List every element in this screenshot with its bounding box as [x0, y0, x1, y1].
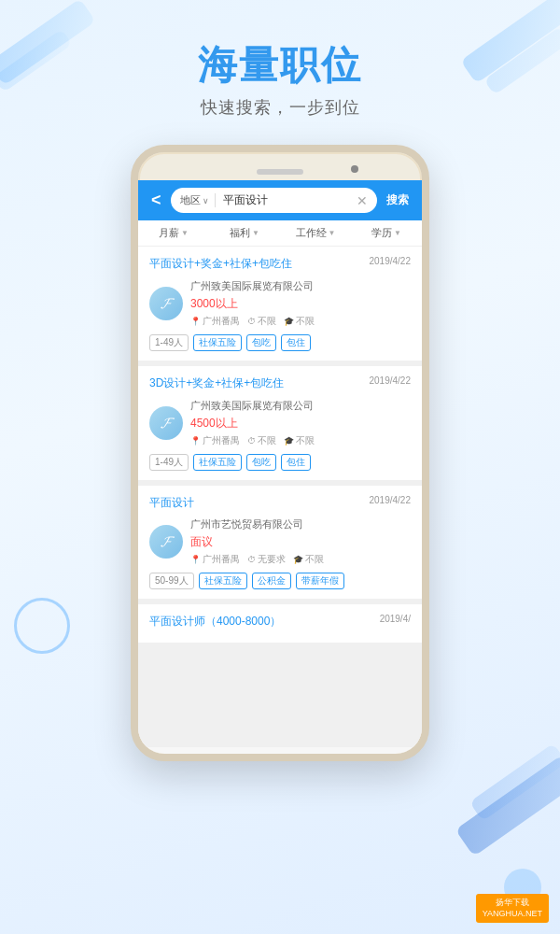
edu-text-1: 不限	[296, 315, 315, 328]
filter-salary-label: 月薪	[159, 226, 179, 240]
exp-text-1: 不限	[258, 315, 276, 328]
filter-education-label: 学历	[371, 226, 392, 240]
page-subtitle: 快速搜索，一步到位	[0, 96, 560, 119]
tag-social-1: 社保五险	[193, 334, 242, 351]
exp-icon-2: ⏱	[247, 436, 256, 446]
filter-welfare-label: 福利	[230, 226, 250, 240]
location-text-1: 广州番禺	[203, 315, 240, 328]
exp-text-2: 不限	[258, 434, 276, 447]
job-card-2-header: 3D设计+奖金+社保+包吃住 2019/4/22	[149, 375, 411, 391]
job-card-4[interactable]: 平面设计师（4000-8000） 2019/4/	[138, 604, 422, 643]
watermark-text2: YANGHUA.NET	[483, 908, 542, 920]
location-dropdown-arrow: ∨	[203, 196, 209, 205]
tag-social-2: 社保五险	[193, 454, 242, 471]
exp-meta-2: ⏱ 不限	[247, 434, 276, 447]
job-card-3[interactable]: 平面设计 2019/4/22 𝓕 广州市艺悦贸易有限公司 面议 📍 广州番禺	[138, 486, 422, 600]
edu-text-3: 不限	[305, 553, 324, 566]
edu-icon-2: 🎓	[284, 436, 294, 446]
edu-meta-3: 🎓 不限	[293, 553, 324, 566]
exp-icon-1: ⏱	[247, 317, 256, 326]
edu-text-2: 不限	[296, 434, 315, 447]
phone-frame: < 地区 ∨ 平面设计 ✕ 搜索 月薪 ▼ 福利 ▼ 工作经	[131, 145, 429, 761]
location-icon-3: 📍	[190, 555, 201, 564]
tag-fund-3: 公积金	[252, 573, 291, 589]
back-button[interactable]: <	[147, 189, 165, 212]
job-details-2: 广州致美国际展览有限公司 4500以上 📍 广州番禺 ⏱ 不限	[190, 399, 411, 447]
job-date-4: 2019/4/	[380, 614, 411, 624]
job-card-2[interactable]: 3D设计+奖金+社保+包吃住 2019/4/22 𝓕 广州致美国际展览有限公司 …	[138, 366, 422, 480]
location-meta-3: 📍 广州番禺	[190, 553, 240, 566]
company-logo-3: 𝓕	[149, 525, 183, 559]
filter-salary[interactable]: 月薪 ▼	[138, 226, 209, 240]
location-icon-1: 📍	[190, 317, 201, 326]
edu-meta-2: 🎓 不限	[284, 434, 315, 447]
filter-salary-arrow: ▼	[181, 229, 189, 237]
tag-housing-1: 包住	[281, 334, 311, 351]
job-meta-3: 📍 广州番禺 ⏱ 无要求 🎓 不限	[190, 553, 411, 566]
phone-top-bar	[138, 152, 422, 180]
job-title-2: 3D设计+奖金+社保+包吃住	[149, 375, 364, 391]
job-title-4: 平面设计师（4000-8000）	[149, 614, 374, 630]
job-tags-1: 1-49人 社保五险 包吃 包住	[149, 334, 411, 351]
salary-3: 面议	[190, 534, 411, 550]
location-icon-2: 📍	[190, 436, 201, 446]
job-details-1: 广州致美国际展览有限公司 3000以上 📍 广州番禺 ⏱ 不限	[190, 279, 411, 328]
location-meta-2: 📍 广州番禺	[190, 434, 240, 447]
edu-meta-1: 🎓 不限	[284, 315, 315, 328]
job-title-3: 平面设计	[149, 495, 364, 511]
job-info-row-2: 𝓕 广州致美国际展览有限公司 4500以上 📍 广州番禺 ⏱ 不限	[149, 399, 411, 447]
tag-meal-1: 包吃	[246, 334, 276, 351]
filter-bar: 月薪 ▼ 福利 ▼ 工作经 ▼ 学历 ▼	[138, 220, 422, 247]
location-meta-1: 📍 广州番禺	[190, 315, 240, 328]
company-name-2: 广州致美国际展览有限公司	[190, 399, 411, 413]
job-meta-1: 📍 广州番禺 ⏱ 不限 🎓 不限	[190, 315, 411, 328]
company-logo-2: 𝓕	[149, 406, 183, 440]
app-screen: < 地区 ∨ 平面设计 ✕ 搜索 月薪 ▼ 福利 ▼ 工作经	[138, 180, 422, 754]
job-details-3: 广州市艺悦贸易有限公司 面议 📍 广州番禺 ⏱ 无要求	[190, 517, 411, 566]
filter-welfare-arrow: ▼	[252, 229, 259, 237]
tag-meal-2: 包吃	[246, 454, 276, 471]
exp-meta-3: ⏱ 无要求	[247, 553, 286, 566]
exp-meta-1: ⏱ 不限	[247, 315, 276, 328]
tag-size-3: 50-99人	[149, 573, 194, 589]
salary-1: 3000以上	[190, 296, 411, 312]
tag-vacation-3: 带薪年假	[296, 573, 344, 589]
job-card-1[interactable]: 平面设计+奖金+社保+包吃住 2019/4/22 𝓕 广州致美国际展览有限公司 …	[138, 247, 422, 361]
filter-experience-arrow: ▼	[329, 229, 336, 237]
search-button[interactable]: 搜索	[383, 191, 413, 210]
location-selector[interactable]: 地区 ∨	[180, 193, 216, 207]
filter-welfare[interactable]: 福利 ▼	[209, 226, 280, 240]
tag-housing-2: 包住	[281, 454, 311, 471]
search-text-value: 平面设计	[219, 192, 353, 208]
job-date-1: 2019/4/22	[370, 256, 412, 266]
job-date-3: 2019/4/22	[370, 495, 412, 505]
job-list: 平面设计+奖金+社保+包吃住 2019/4/22 𝓕 广州致美国际展览有限公司 …	[138, 247, 422, 747]
filter-education[interactable]: 学历 ▼	[351, 226, 422, 240]
tag-size-2: 1-49人	[149, 454, 189, 471]
filter-education-arrow: ▼	[394, 229, 401, 237]
tag-size-1: 1-49人	[149, 334, 189, 351]
job-info-row-1: 𝓕 广州致美国际展览有限公司 3000以上 📍 广州番禺 ⏱ 不限	[149, 279, 411, 328]
edu-icon-3: 🎓	[293, 555, 303, 564]
filter-experience-label: 工作经	[296, 226, 327, 240]
company-name-1: 广州致美国际展览有限公司	[190, 279, 411, 293]
watermark-text1: 扬华下载	[496, 897, 529, 909]
job-info-row-3: 𝓕 广州市艺悦贸易有限公司 面议 📍 广州番禺 ⏱ 无要求	[149, 517, 411, 566]
filter-experience[interactable]: 工作经 ▼	[280, 226, 351, 240]
company-logo-1: 𝓕	[149, 287, 183, 320]
location-text-3: 广州番禺	[203, 553, 240, 566]
search-bar: < 地区 ∨ 平面设计 ✕ 搜索	[138, 180, 422, 220]
job-title-1: 平面设计+奖金+社保+包吃住	[149, 256, 364, 272]
phone-speaker	[257, 169, 303, 175]
salary-2: 4500以上	[190, 416, 411, 432]
job-card-3-header: 平面设计 2019/4/22	[149, 495, 411, 511]
location-label: 地区	[180, 193, 201, 207]
edu-icon-1: 🎓	[284, 317, 294, 326]
location-text-2: 广州番禺	[203, 434, 240, 447]
job-card-1-header: 平面设计+奖金+社保+包吃住 2019/4/22	[149, 256, 411, 272]
exp-text-3: 无要求	[258, 553, 286, 566]
job-card-4-header: 平面设计师（4000-8000） 2019/4/	[149, 614, 411, 630]
search-input-container[interactable]: 地区 ∨ 平面设计 ✕	[171, 188, 377, 213]
clear-button[interactable]: ✕	[357, 193, 368, 208]
exp-icon-3: ⏱	[247, 555, 256, 564]
